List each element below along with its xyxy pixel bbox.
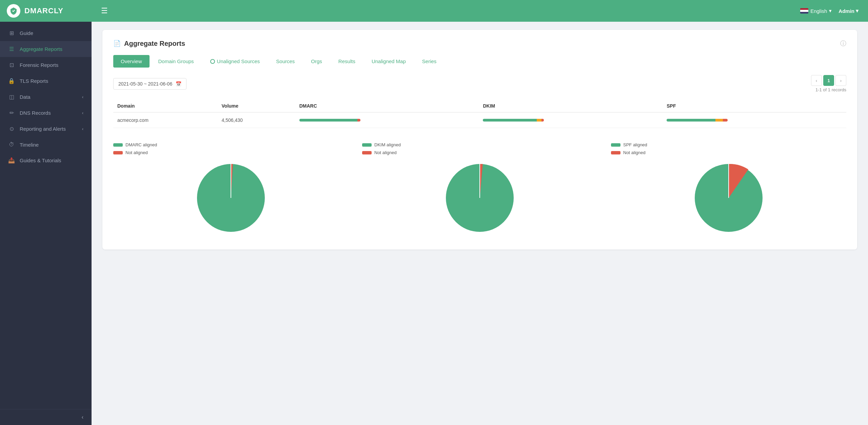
legend-label: Not aligned: [374, 150, 397, 155]
page-title-icon: 📄: [113, 40, 121, 47]
tls-reports-icon: 🔒: [8, 78, 15, 84]
forensic-reports-icon: ⊡: [8, 62, 15, 68]
legend-label: DMARC aligned: [125, 142, 157, 147]
legend-label: Not aligned: [623, 150, 646, 155]
tab-label: Results: [338, 58, 355, 64]
legend-item-spf-aligned: SPF aligned: [611, 142, 647, 147]
legend-label: SPF aligned: [623, 142, 647, 147]
prev-page-button[interactable]: ‹: [811, 75, 822, 86]
flag-icon: [800, 8, 808, 14]
controls-row: 2021-05-30 ~ 2021-06-06 📅 ‹ 1 › 1-1 of 1…: [113, 75, 846, 92]
sidebar-collapse-button[interactable]: ‹: [0, 409, 92, 425]
admin-menu[interactable]: Admin ▾: [839, 8, 859, 14]
charts-row: DMARC aligned Not aligned: [113, 139, 846, 240]
guide-icon: ⊞: [8, 30, 15, 36]
logo-text: DMARCLY: [24, 6, 63, 15]
tabs-row: Overview Domain Groups Unaligned Sources…: [113, 55, 846, 68]
page-header: 📄 Aggregate Reports ⓘ: [113, 39, 846, 48]
tab-unaligned-sources[interactable]: Unaligned Sources: [203, 55, 268, 68]
language-selector[interactable]: English ▾: [800, 8, 832, 14]
col-header-domain: Domain: [113, 100, 218, 112]
aggregate-reports-icon: ☰: [8, 46, 15, 52]
col-header-spf: SPF: [663, 100, 846, 112]
language-label: English: [810, 8, 827, 14]
legend-dot-red: [611, 151, 620, 154]
collapse-icon: ‹: [82, 414, 83, 420]
sidebar-item-reporting-alerts[interactable]: ⊙ Reporting and Alerts ‹: [0, 121, 92, 137]
cell-domain: acmecorp.com: [113, 112, 218, 128]
sidebar-item-forensic-reports[interactable]: ⊡ Forensic Reports: [0, 57, 92, 73]
dkim-red-bar: [541, 119, 544, 122]
tab-label: Unaligned Map: [372, 58, 406, 64]
logo-icon: [7, 4, 20, 18]
tab-label: Domain Groups: [158, 58, 194, 64]
topbar-right: English ▾ Admin ▾: [800, 8, 859, 14]
date-range-value: 2021-05-30 ~ 2021-06-06: [118, 81, 172, 87]
dmarc-red-bar: [357, 119, 360, 122]
next-page-button[interactable]: ›: [835, 75, 846, 86]
sidebar-item-label: Reporting and Alerts: [20, 126, 66, 132]
sidebar-item-aggregate-reports[interactable]: ☰ Aggregate Reports: [0, 41, 92, 57]
sidebar-item-data[interactable]: ◫ Data ‹: [0, 89, 92, 105]
pagination: ‹ 1 › 1-1 of 1 records: [811, 75, 846, 92]
tab-series[interactable]: Series: [415, 55, 444, 68]
legend-label: DKIM aligned: [374, 142, 401, 147]
data-table: Domain Volume DMARC DKIM SPF acmecorp.co…: [113, 100, 846, 128]
spf-chart: SPF aligned Not aligned: [611, 142, 846, 237]
dns-records-icon: ✏: [8, 110, 15, 116]
sidebar-item-dns-records[interactable]: ✏ DNS Records ‹: [0, 105, 92, 121]
page-card: 📄 Aggregate Reports ⓘ Overview Domain Gr…: [102, 30, 857, 250]
spf-pie: [691, 161, 766, 237]
admin-chevron-icon: ▾: [856, 8, 859, 14]
tab-label: Sources: [276, 58, 295, 64]
dkim-chart: DKIM aligned Not aligned: [362, 142, 597, 237]
sidebar-item-label: DNS Records: [20, 110, 51, 116]
legend-item-dmarc-not-aligned: Not aligned: [113, 150, 157, 155]
sidebar-item-label: TLS Reports: [20, 78, 48, 84]
legend-dot-green: [113, 143, 123, 147]
sidebar-item-label: Guide: [20, 30, 33, 36]
dkim-legend: DKIM aligned Not aligned: [362, 142, 401, 155]
admin-label: Admin: [839, 8, 854, 14]
tab-overview[interactable]: Overview: [113, 55, 150, 68]
col-header-dkim: DKIM: [479, 100, 663, 112]
sidebar-item-timeline[interactable]: ⏱ Timeline: [0, 137, 92, 152]
data-icon: ◫: [8, 94, 15, 100]
legend-dot-red: [113, 151, 123, 154]
tab-orgs[interactable]: Orgs: [303, 55, 330, 68]
info-icon[interactable]: ⓘ: [840, 39, 846, 48]
spf-legend: SPF aligned Not aligned: [611, 142, 647, 155]
sidebar-item-label: Timeline: [20, 142, 39, 148]
topbar: ☰ English ▾ Admin ▾: [92, 0, 868, 22]
page-1-button[interactable]: 1: [823, 75, 834, 86]
legend-item-dmarc-aligned: DMARC aligned: [113, 142, 157, 147]
date-range-picker[interactable]: 2021-05-30 ~ 2021-06-06 📅: [113, 78, 186, 90]
legend-dot-green: [611, 143, 620, 147]
chevron-icon: ‹: [82, 127, 83, 131]
sidebar-item-label: Aggregate Reports: [20, 46, 62, 52]
dmarc-legend: DMARC aligned Not aligned: [113, 142, 157, 155]
tab-label: Orgs: [311, 58, 322, 64]
tab-domain-groups[interactable]: Domain Groups: [151, 55, 201, 68]
dkim-green-bar: [483, 119, 536, 122]
sidebar-item-tls-reports[interactable]: 🔒 TLS Reports: [0, 73, 92, 89]
spf-yellow-bar: [715, 119, 723, 122]
dmarc-chart: DMARC aligned Not aligned: [113, 142, 349, 237]
tab-unaligned-map[interactable]: Unaligned Map: [364, 55, 413, 68]
dmarc-pie: [194, 161, 268, 237]
legend-item-dkim-not-aligned: Not aligned: [362, 150, 401, 155]
calendar-icon: 📅: [176, 81, 181, 87]
guides-tutorials-icon: 📥: [8, 157, 15, 164]
sidebar-item-guide[interactable]: ⊞ Guide: [0, 25, 92, 41]
sidebar: DMARCLY ⊞ Guide ☰ Aggregate Reports ⊡ Fo…: [0, 0, 92, 425]
cell-spf: [663, 112, 846, 128]
sidebar-item-guides-tutorials[interactable]: 📥 Guides & Tutorials: [0, 152, 92, 168]
spf-red-bar: [723, 119, 728, 122]
sidebar-item-label: Guides & Tutorials: [20, 158, 61, 163]
dmarc-green-bar: [299, 119, 357, 122]
tab-sources[interactable]: Sources: [269, 55, 302, 68]
tab-results[interactable]: Results: [331, 55, 363, 68]
tab-label: Overview: [121, 58, 142, 64]
col-header-dmarc: DMARC: [295, 100, 479, 112]
hamburger-menu-button[interactable]: ☰: [101, 6, 108, 15]
